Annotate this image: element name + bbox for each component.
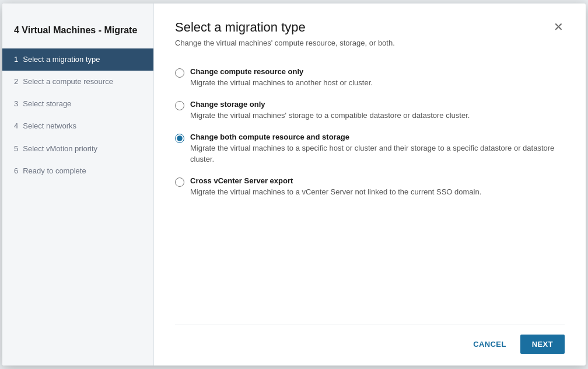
sidebar-item-5: 5 Select vMotion priority bbox=[2, 138, 153, 160]
sidebar-item-3: 3 Select storage bbox=[2, 93, 153, 115]
sidebar-item-label-2: Select a compute resource bbox=[23, 76, 113, 87]
option-label-cross-vcenter: Cross vCenter Server export bbox=[190, 176, 481, 185]
option-compute-only[interactable]: Change compute resource only Migrate the… bbox=[175, 61, 565, 94]
option-label-compute-only: Change compute resource only bbox=[190, 67, 373, 76]
step-num-5: 5 bbox=[14, 144, 18, 154]
main-content: Select a migration type ✕ Change the vir… bbox=[154, 4, 586, 365]
option-label-storage-only: Change storage only bbox=[190, 100, 470, 109]
sidebar-item-6: 6 Ready to complete bbox=[2, 160, 153, 182]
option-storage-only[interactable]: Change storage only Migrate the virtual … bbox=[175, 94, 565, 127]
sidebar-item-4: 4 Select networks bbox=[2, 115, 153, 137]
footer: CANCEL NEXT bbox=[175, 325, 565, 365]
sidebar-item-label-6: Ready to complete bbox=[23, 166, 86, 176]
step-num-1: 1 bbox=[14, 54, 18, 65]
dialog: 4 Virtual Machines - Migrate 1 Select a … bbox=[2, 4, 586, 365]
radio-both[interactable] bbox=[175, 134, 184, 143]
option-desc-both: Migrate the virtual machines to a specif… bbox=[190, 143, 565, 164]
option-text-cross-vcenter: Cross vCenter Server export Migrate the … bbox=[190, 176, 481, 197]
close-button[interactable]: ✕ bbox=[552, 21, 565, 33]
radio-cross-vcenter[interactable] bbox=[175, 177, 184, 187]
main-subtitle: Change the virtual machines' compute res… bbox=[175, 39, 565, 47]
cancel-button[interactable]: CANCEL bbox=[466, 335, 513, 353]
step-num-4: 4 bbox=[14, 121, 18, 131]
sidebar-item-label-3: Select storage bbox=[23, 99, 71, 109]
radio-compute-only[interactable] bbox=[175, 68, 184, 78]
sidebar-item-label-4: Select networks bbox=[23, 121, 76, 131]
options-list: Change compute resource only Migrate the… bbox=[175, 61, 565, 325]
sidebar-item-label-1: Select a migration type bbox=[23, 54, 100, 65]
option-desc-compute-only: Migrate the virtual machines to another … bbox=[190, 78, 373, 88]
sidebar: 4 Virtual Machines - Migrate 1 Select a … bbox=[2, 4, 154, 365]
step-num-6: 6 bbox=[14, 166, 18, 176]
option-text-compute-only: Change compute resource only Migrate the… bbox=[190, 67, 373, 88]
option-desc-storage-only: Migrate the virtual machines' storage to… bbox=[190, 110, 470, 121]
option-desc-cross-vcenter: Migrate the virtual machines to a vCente… bbox=[190, 187, 481, 197]
step-num-2: 2 bbox=[14, 76, 18, 87]
main-header: Select a migration type ✕ bbox=[175, 20, 565, 35]
next-button[interactable]: NEXT bbox=[520, 335, 565, 354]
step-num-3: 3 bbox=[14, 99, 18, 109]
sidebar-item-label-5: Select vMotion priority bbox=[23, 144, 97, 154]
option-text-storage-only: Change storage only Migrate the virtual … bbox=[190, 100, 470, 121]
page-title: Select a migration type bbox=[175, 20, 306, 35]
option-both[interactable]: Change both compute resource and storage… bbox=[175, 127, 565, 170]
sidebar-title: 4 Virtual Machines - Migrate bbox=[2, 15, 153, 48]
sidebar-item-1[interactable]: 1 Select a migration type bbox=[2, 48, 153, 71]
option-text-both: Change both compute resource and storage… bbox=[190, 133, 565, 164]
option-label-both: Change both compute resource and storage bbox=[190, 133, 565, 141]
option-cross-vcenter[interactable]: Cross vCenter Server export Migrate the … bbox=[175, 170, 565, 203]
radio-storage-only[interactable] bbox=[175, 101, 184, 110]
sidebar-item-2: 2 Select a compute resource bbox=[2, 71, 153, 93]
